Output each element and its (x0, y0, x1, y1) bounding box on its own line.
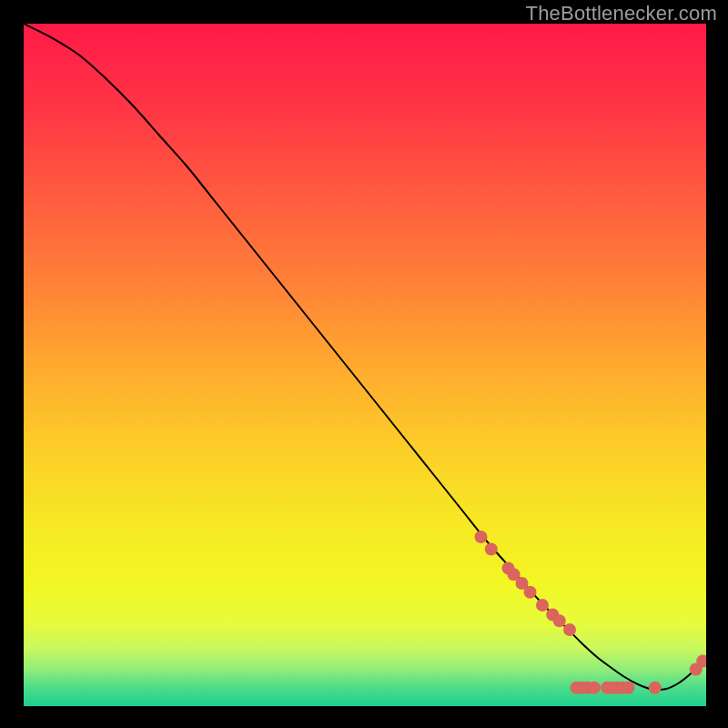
data-marker (475, 531, 488, 543)
data-marker (588, 682, 601, 694)
data-marker (649, 682, 662, 694)
data-marker (485, 543, 498, 556)
data-marker (563, 623, 576, 636)
data-marker (536, 599, 549, 612)
gradient-background (24, 24, 706, 706)
plot-area (24, 24, 706, 706)
data-marker (553, 614, 566, 627)
watermark-text: TheBottlenecker.com (526, 2, 717, 25)
data-marker (524, 586, 537, 599)
data-marker (622, 682, 635, 694)
chart-svg (24, 24, 706, 706)
chart-frame: TheBottlenecker.com (0, 0, 728, 728)
